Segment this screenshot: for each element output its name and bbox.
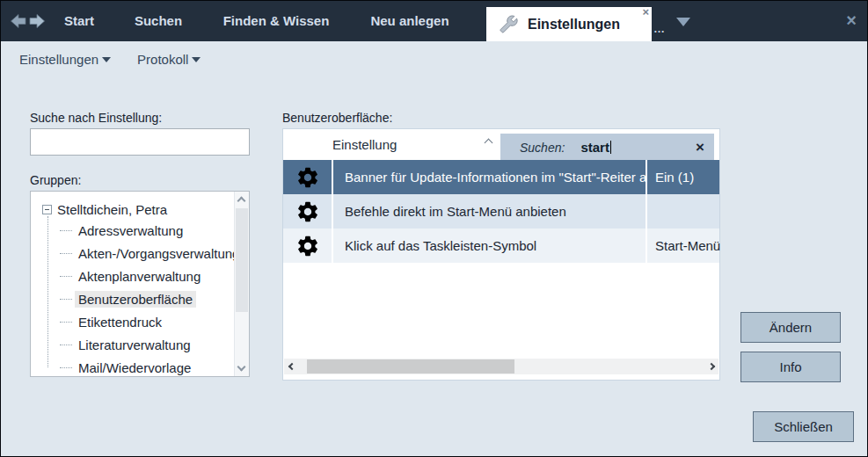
tree-line	[47, 216, 48, 367]
tree-item-mail-wiedervorlage[interactable]: Mail/Wiedervorlage	[60, 357, 194, 377]
wrench-icon	[500, 15, 518, 33]
tree-root-label: Stelltdichein, Petra	[57, 202, 167, 217]
table-search-label: Suchen:	[520, 141, 565, 155]
scroll-up-icon[interactable]	[237, 197, 246, 206]
gear-icon	[295, 165, 320, 190]
menu-protokoll[interactable]: Protokoll	[137, 52, 201, 67]
row-value: Ein (1)	[647, 160, 719, 194]
chevron-down-icon[interactable]	[676, 18, 690, 26]
table-header[interactable]: Einstellung Suchen: start ×	[283, 129, 719, 160]
chevron-down-icon	[192, 57, 201, 62]
scroll-left-icon[interactable]	[288, 363, 295, 370]
tab-overflow-icon[interactable]: …	[653, 22, 666, 35]
tree-item-etikettendruck[interactable]: Etikettendruck	[60, 311, 165, 332]
tab-close-icon[interactable]: ×	[642, 6, 649, 18]
scrollbar-thumb[interactable]	[307, 359, 514, 374]
chevron-down-icon	[102, 57, 111, 62]
scroll-right-icon[interactable]	[707, 363, 714, 370]
menu-einstellungen-label: Einstellungen	[19, 52, 98, 67]
forward-arrow-icon[interactable]	[29, 13, 46, 29]
tree-item-aktenplanverwaltung[interactable]: Aktenplanverwaltung	[60, 265, 204, 287]
collapse-toggle-icon[interactable]	[42, 205, 52, 214]
row-label: Klick auf das Taskleisten-Symbol	[333, 228, 646, 263]
groups-label: Gruppen:	[30, 173, 81, 187]
table-title: Benutzeroberfläche:	[282, 111, 392, 125]
table-search-value[interactable]: start	[580, 140, 609, 155]
tree-vertical-scrollbar[interactable]	[234, 192, 249, 376]
tab-neu-anlegen[interactable]: Neu anlegen	[356, 1, 463, 41]
change-button[interactable]: Ändern	[740, 312, 841, 343]
search-setting-label: Suche nach Einstellung:	[30, 111, 162, 125]
menu-einstellungen[interactable]: Einstellungen	[19, 52, 111, 67]
settings-window: Start Suchen Finden & Wissen Neu anlegen…	[0, 0, 868, 457]
table-row-befehle-startmenu[interactable]: Befehle direkt im Start-Menü anbieten	[283, 194, 719, 228]
row-value	[647, 194, 719, 228]
settings-table: Einstellung Suchen: start × Banner für U…	[282, 128, 720, 381]
tree-item-literaturverwaltung[interactable]: Literaturverwaltung	[60, 334, 194, 355]
tree-root-item[interactable]: Stelltdichein, Petra	[42, 199, 167, 220]
gear-icon	[295, 199, 320, 224]
menu-bar: Einstellungen Protokoll	[1, 41, 867, 76]
row-label: Befehle direkt im Start-Menü anbieten	[333, 194, 646, 228]
table-row-banner-update[interactable]: Banner für Update-Informationen im "Star…	[283, 160, 719, 194]
search-clear-icon[interactable]: ×	[696, 139, 704, 156]
active-tab-label: Einstellungen	[528, 17, 620, 33]
window-close-icon[interactable]: ×	[846, 9, 857, 32]
sort-ascending-icon	[485, 139, 493, 148]
tab-bar: Start Suchen Finden & Wissen Neu anlegen…	[1, 1, 867, 41]
scroll-down-icon[interactable]	[237, 363, 246, 372]
history-navigation	[10, 13, 46, 29]
table-search-box[interactable]: Suchen: start ×	[500, 134, 714, 161]
tab-suchen[interactable]: Suchen	[125, 1, 192, 41]
back-arrow-icon[interactable]	[10, 13, 26, 29]
table-horizontal-scrollbar[interactable]	[284, 359, 718, 374]
info-button[interactable]: Info	[740, 352, 841, 382]
table-row-taskleisten-symbol[interactable]: Klick auf das Taskleisten-Symbol Start-M…	[283, 228, 719, 263]
scrollbar-thumb[interactable]	[236, 208, 248, 312]
tab-einstellungen-active[interactable]: Einstellungen ×	[486, 7, 652, 41]
groups-tree: Stelltdichein, Petra Adressverwaltung Ak…	[30, 191, 250, 377]
setting-search-input[interactable]	[30, 128, 250, 156]
gear-icon	[295, 234, 320, 258]
tab-finden-wissen[interactable]: Finden & Wissen	[215, 1, 337, 41]
tree-item-akten-vorgangsverwaltung[interactable]: Akten-/Vorgangsverwaltung	[60, 243, 243, 264]
tree-item-adressverwaltung[interactable]: Adressverwaltung	[60, 220, 186, 241]
close-button[interactable]: Schließen	[753, 411, 854, 442]
menu-protokoll-label: Protokoll	[137, 52, 188, 67]
tree-item-benutzeroberflaeche[interactable]: Benutzeroberfläche	[60, 288, 196, 309]
text-cursor	[610, 141, 611, 154]
tab-start[interactable]: Start	[52, 1, 106, 41]
column-header-einstellung[interactable]: Einstellung	[332, 129, 397, 160]
row-value: Start-Menü	[647, 228, 720, 263]
row-label: Banner für Update-Informationen im "Star…	[333, 160, 646, 194]
